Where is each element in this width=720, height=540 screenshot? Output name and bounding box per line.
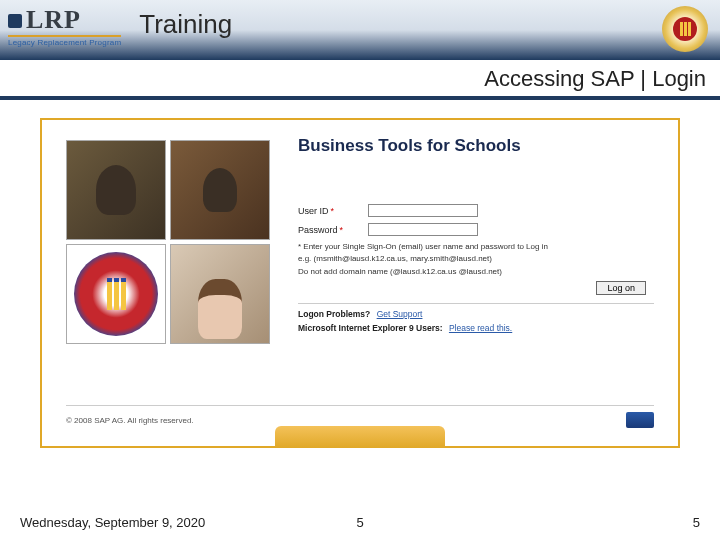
brand-text: LRP xyxy=(26,5,81,35)
lausd-seal-image xyxy=(66,244,166,344)
user-id-input[interactable] xyxy=(368,204,478,217)
slide-page-right: 5 xyxy=(693,515,700,530)
user-id-row: User ID* xyxy=(298,204,654,217)
form-divider xyxy=(298,303,654,304)
logon-problems-label: Logon Problems? xyxy=(298,309,370,319)
login-hint-1: * Enter your Single Sign-On (email) user… xyxy=(298,242,654,252)
student-photo-2 xyxy=(170,140,270,240)
login-hint-3: Do not add domain name (@lausd.k12.ca.us… xyxy=(298,267,654,277)
user-id-label: User ID* xyxy=(298,206,368,216)
ie9-link[interactable]: Please read this. xyxy=(449,323,512,333)
password-label: Password* xyxy=(298,225,368,235)
slide-title: Training xyxy=(139,9,232,40)
slide-date: Wednesday, September 9, 2020 xyxy=(20,515,205,530)
portal-footer: © 2008 SAP AG. All rights reserved. xyxy=(66,405,654,428)
ie9-label: Microsoft Internet Explorer 9 Users: xyxy=(298,323,443,333)
portal-title: Business Tools for Schools xyxy=(298,136,654,156)
slide-page-center: 5 xyxy=(356,515,363,530)
district-seal-icon xyxy=(662,6,708,52)
lrp-logo-block: LRP Legacy Replacement Program xyxy=(8,5,121,47)
copyright-text: © 2008 SAP AG. All rights reserved. xyxy=(66,416,194,425)
logon-problems-row: Logon Problems? Get Support xyxy=(298,309,654,319)
logon-button[interactable]: Log on xyxy=(596,281,646,295)
login-hint-2: e.g. (msmith@lausd.k12.ca.us, mary.smith… xyxy=(298,254,654,264)
slide-subtitle: Accessing SAP | Login xyxy=(0,60,720,100)
student-photo-1 xyxy=(66,140,166,240)
lrp-bullet-icon xyxy=(8,14,22,28)
orange-tab-icon xyxy=(275,426,445,448)
portal-image-grid xyxy=(66,140,270,344)
sap-logo-icon xyxy=(626,412,654,428)
password-input[interactable] xyxy=(368,223,478,236)
brand-subtitle: Legacy Replacement Program xyxy=(8,35,121,47)
login-portal-screenshot: Business Tools for Schools User ID* Pass… xyxy=(40,118,680,448)
student-photo-3 xyxy=(170,244,270,344)
slide-header: LRP Legacy Replacement Program Training xyxy=(0,0,720,60)
ie9-row: Microsoft Internet Explorer 9 Users: Ple… xyxy=(298,323,654,333)
password-row: Password* xyxy=(298,223,654,236)
get-support-link[interactable]: Get Support xyxy=(377,309,423,319)
